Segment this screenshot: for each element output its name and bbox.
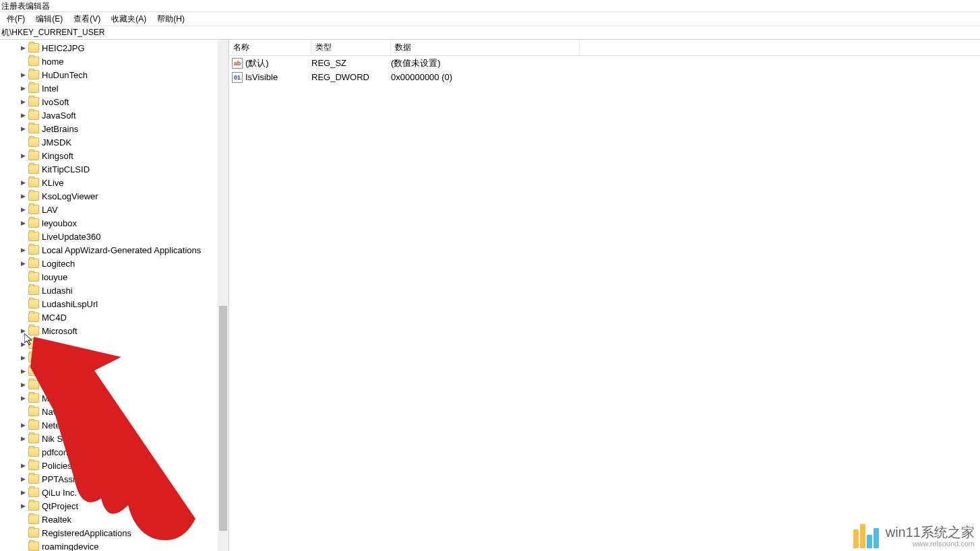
tree-item[interactable]: ▶JMSDK bbox=[0, 135, 228, 149]
expand-icon[interactable]: ▶ bbox=[19, 152, 27, 160]
tree-item[interactable]: ▶Kingsoft bbox=[0, 149, 228, 162]
tree-item[interactable]: ▶Moz bbox=[0, 378, 228, 391]
menu-view[interactable]: 查看(V) bbox=[68, 13, 106, 25]
tree-item[interactable]: ▶Ludashi bbox=[0, 284, 228, 297]
menu-file[interactable]: 件(F) bbox=[1, 13, 30, 25]
tree-item[interactable]: ▶Mo bbox=[0, 351, 228, 364]
tree-item[interactable]: ▶home bbox=[0, 55, 228, 68]
expand-icon[interactable]: ▶ bbox=[19, 475, 27, 483]
value-row[interactable]: 01IsVisibleREG_DWORD0x00000000 (0) bbox=[229, 70, 980, 84]
folder-icon bbox=[28, 447, 39, 457]
tree-item-label: LAV bbox=[42, 205, 58, 215]
tree-item[interactable]: ▶RegisteredApplications bbox=[0, 526, 228, 540]
tree-item[interactable]: ▶pdfconverter bbox=[0, 445, 228, 459]
expand-icon[interactable]: ▶ bbox=[19, 84, 27, 92]
expand-icon[interactable]: ▶ bbox=[19, 354, 27, 362]
expand-icon[interactable]: ▶ bbox=[19, 205, 27, 214]
tree-item[interactable]: ▶JetBrains bbox=[0, 122, 228, 135]
tree-item[interactable]: ▶LAV bbox=[0, 203, 228, 216]
tree-item[interactable]: ▶MC4D bbox=[0, 311, 228, 324]
value-row[interactable]: ab(默认)REG_SZ(数值未设置) bbox=[229, 56, 980, 70]
expand-icon[interactable]: ▶ bbox=[19, 421, 27, 429]
expand-icon[interactable]: ▶ bbox=[19, 219, 27, 227]
tree-item[interactable]: ▶NavPlugi bbox=[0, 405, 228, 418]
folder-icon bbox=[28, 43, 39, 53]
expand-icon[interactable]: ▶ bbox=[19, 98, 27, 106]
tree-item-label: Netease bbox=[42, 420, 74, 430]
tree-item-label: Moz bbox=[42, 380, 59, 390]
tree-item-label: LiveUpdate360 bbox=[42, 232, 100, 242]
tree-item[interactable]: ▶Realtek bbox=[0, 513, 228, 526]
expand-icon[interactable]: ▶ bbox=[19, 488, 27, 496]
tree-item[interactable]: ▶HEIC2JPG bbox=[0, 41, 228, 55]
column-header-name[interactable]: 名称 bbox=[229, 40, 311, 55]
folder-icon bbox=[28, 259, 39, 268]
expand-icon[interactable]: ▶ bbox=[19, 71, 27, 79]
tree-item-label: Microsoft bbox=[42, 326, 78, 336]
menu-help[interactable]: 帮助(H) bbox=[152, 13, 190, 25]
tree-item-label: Kingsoft bbox=[42, 151, 73, 161]
expand-icon[interactable]: ▶ bbox=[19, 502, 27, 510]
tree-item[interactable]: ▶Local AppWizard-Generated Applications bbox=[0, 243, 228, 257]
tree-item[interactable]: ▶leyoubox bbox=[0, 216, 228, 230]
tree-item[interactable]: ▶LudashiLspUrl bbox=[0, 297, 228, 311]
tree-item[interactable]: ▶Intel bbox=[0, 82, 228, 95]
tree-item[interactable]: ▶LiveUpdate360 bbox=[0, 230, 228, 243]
tree-item[interactable]: ▶Netease bbox=[0, 418, 228, 432]
tree-item[interactable]: ▶IvoSoft bbox=[0, 95, 228, 108]
expand-icon[interactable]: ▶ bbox=[19, 44, 27, 52]
folder-icon bbox=[28, 353, 39, 362]
expand-icon[interactable]: ▶ bbox=[19, 367, 27, 375]
tree-item[interactable]: ▶PPTAssist bbox=[0, 472, 228, 486]
expand-icon[interactable]: ▶ bbox=[19, 340, 27, 348]
tree-item[interactable]: ▶Logitech bbox=[0, 257, 228, 270]
tree-item[interactable]: ▶Nik Software bbox=[0, 432, 228, 445]
tree-item[interactable]: ▶Policies bbox=[0, 459, 228, 472]
column-header-type[interactable]: 类型 bbox=[311, 40, 391, 55]
tree-item-label: HuDunTech bbox=[42, 70, 88, 80]
menu-edit[interactable]: 编辑(E) bbox=[30, 13, 68, 25]
expand-icon[interactable]: ▶ bbox=[19, 381, 27, 389]
tree-item[interactable]: ▶Mot bbox=[0, 364, 228, 378]
expand-icon[interactable]: ▶ bbox=[19, 246, 27, 254]
tree-item-label: LudashiLspUrl bbox=[42, 299, 98, 309]
tree-item-label: home bbox=[42, 57, 64, 67]
expand-icon[interactable]: ▶ bbox=[19, 192, 27, 200]
tree-item[interactable]: ▶KitTipCLSID bbox=[0, 162, 228, 176]
tree-item-label: Policies bbox=[42, 461, 72, 471]
tree-item-label: KsoLogViewer bbox=[42, 191, 98, 201]
tree-item[interactable]: ▶KsoLogViewer bbox=[0, 189, 228, 203]
address-bar[interactable]: 机\HKEY_CURRENT_USER bbox=[0, 26, 980, 40]
column-header-data[interactable]: 数据 bbox=[391, 40, 580, 55]
tree-item[interactable]: ▶QtProject bbox=[0, 499, 228, 513]
scrollbar-thumb[interactable] bbox=[219, 306, 227, 531]
title-text: 注册表编辑器 bbox=[1, 1, 50, 11]
expand-icon[interactable]: ▶ bbox=[19, 461, 27, 469]
menu-favorites[interactable]: 收藏夹(A) bbox=[106, 13, 152, 25]
tree-item[interactable]: ▶KLive bbox=[0, 176, 228, 189]
expand-icon[interactable]: ▶ bbox=[19, 434, 27, 443]
expand-icon[interactable]: ▶ bbox=[19, 327, 27, 335]
expand-icon[interactable]: ▶ bbox=[19, 394, 27, 402]
expand-icon[interactable]: ▶ bbox=[19, 125, 27, 133]
expand-icon[interactable]: ▶ bbox=[19, 111, 27, 119]
tree-scrollbar[interactable] bbox=[218, 40, 228, 551]
tree-item-label: KLive bbox=[42, 178, 64, 188]
folder-icon bbox=[28, 299, 39, 309]
tree-item[interactable]: ▶roamingdevice bbox=[0, 540, 228, 551]
folder-icon bbox=[28, 542, 39, 551]
tree-item[interactable]: ▶Min bbox=[0, 337, 228, 351]
tree-item-label: JetBrains bbox=[42, 124, 78, 134]
watermark-title: win11系统之家 bbox=[886, 525, 975, 540]
tree-item[interactable]: ▶Moz bbox=[0, 391, 228, 405]
dword-value-icon: 01 bbox=[232, 72, 243, 83]
expand-icon[interactable]: ▶ bbox=[19, 179, 27, 187]
folder-icon bbox=[28, 515, 39, 524]
tree-item[interactable]: ▶Microsoft bbox=[0, 324, 228, 337]
tree-item[interactable]: ▶JavaSoft bbox=[0, 108, 228, 122]
tree-item-label: NavPlugi bbox=[42, 407, 77, 417]
expand-icon[interactable]: ▶ bbox=[19, 259, 27, 267]
tree-item[interactable]: ▶louyue bbox=[0, 270, 228, 284]
tree-item[interactable]: ▶QiLu Inc. bbox=[0, 486, 228, 499]
tree-item[interactable]: ▶HuDunTech bbox=[0, 68, 228, 82]
